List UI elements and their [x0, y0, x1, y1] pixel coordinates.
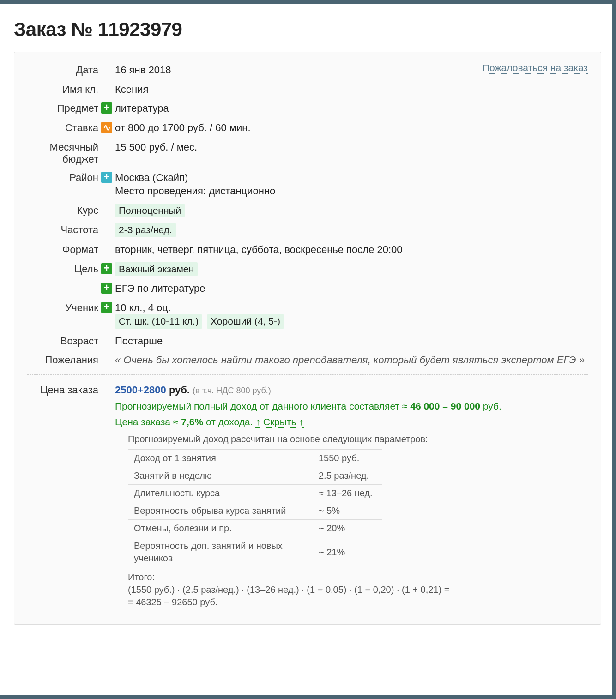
label-date: Дата [27, 63, 101, 76]
plus-icon [101, 283, 112, 294]
param-value: 2.5 раз/нед. [313, 467, 382, 485]
label-format: Формат [27, 243, 101, 256]
row-goal: Цель Важный экзамен [27, 259, 588, 279]
label-wish: Пожелания [27, 353, 101, 366]
label-region: Район [27, 171, 101, 184]
separator [27, 374, 588, 375]
tag-course: Полноценный [115, 204, 185, 217]
value-rate: от 800 до 1700 руб. / 60 мин. [115, 121, 588, 135]
label-student: Ученик [27, 301, 101, 314]
tag-student-grade: Ст. шк. (10-11 кл.) [115, 314, 202, 328]
param-key: Вероятность доп. занятий и новых ученико… [128, 537, 313, 567]
value-subject: литература [115, 102, 588, 115]
table-row: Занятий в неделю2.5 раз/нед. [128, 467, 382, 485]
formula-1: (1550 руб.) · (2.5 раз/нед.) · (13–26 не… [128, 584, 588, 596]
price-b: 2800 [144, 384, 166, 396]
param-key: Длительность курса [128, 485, 313, 502]
region-sub: Место проведения: дистанционно [115, 185, 275, 197]
row-price: Цена заказа 2500+2800 руб. (в т.ч. НДС 8… [27, 380, 588, 611]
page-title: Заказ № 11923979 [14, 18, 601, 41]
label-name: Имя кл. [27, 83, 101, 96]
row-rate: Ставка от 800 до 1700 руб. / 60 мин. [27, 118, 588, 138]
row-goal-sub: ЕГЭ по литературе [27, 279, 588, 298]
row-name: Имя кл. Ксения [27, 80, 588, 99]
param-key: Доход от 1 занятия [128, 450, 313, 467]
label-price: Цена заказа [27, 383, 101, 396]
param-key: Вероятность обрыва курса занятий [128, 502, 313, 520]
table-row: Длительность курса≈ 13–26 нед. [128, 485, 382, 502]
table-row: Отмены, болезни и пр.~ 20% [128, 520, 382, 537]
label-budget: Месячный бюджет [27, 140, 101, 165]
value-region: Москва (Скайп) Место проведения: дистанц… [115, 171, 588, 198]
forecast-intro: Прогнозируемый доход рассчитан на основе… [128, 433, 588, 446]
price-a: 2500 [115, 384, 138, 396]
tag-student-level: Хороший (4, 5-) [207, 314, 284, 328]
label-course: Курс [27, 204, 101, 217]
plus-icon [101, 302, 112, 313]
row-course: Курс Полноценный [27, 201, 588, 220]
param-key: Отмены, болезни и пр. [128, 520, 313, 537]
param-key: Занятий в неделю [128, 467, 313, 485]
label-frequency: Частота [27, 223, 101, 236]
param-value: ~ 21% [313, 537, 382, 567]
row-age: Возраст Постарше [27, 331, 588, 351]
plus-icon [101, 172, 112, 183]
row-subject: Предмет литература [27, 99, 588, 118]
order-panel: Пожаловаться на заказ Дата 16 янв 2018 И… [14, 52, 601, 625]
param-value: 1550 руб. [313, 450, 382, 467]
total-label: Итого: [128, 571, 588, 584]
value-age: Постарше [115, 334, 588, 348]
param-value: ~ 5% [313, 502, 382, 520]
label-subject: Предмет [27, 102, 101, 114]
table-row: Доход от 1 занятия1550 руб. [128, 450, 382, 467]
hide-link[interactable]: ↑ Скрыть ↑ [255, 416, 303, 428]
plus-icon [101, 263, 112, 274]
price-rub: руб. [169, 384, 190, 396]
tag-frequency: 2-3 раз/нед. [115, 223, 176, 237]
row-format: Формат вторник, четверг, пятница, суббот… [27, 240, 588, 259]
plus-icon [101, 102, 112, 114]
table-row: Вероятность доп. занятий и новых ученико… [128, 537, 382, 567]
value-name: Ксения [115, 83, 588, 96]
forecast-line-2: Цена заказа ≈ 7,6% от дохода. ↑ Скрыть ↑ [115, 416, 588, 428]
region-main: Москва (Скайп) [115, 172, 188, 183]
value-goal-sub: ЕГЭ по литературе [115, 282, 588, 295]
label-goal: Цель [27, 262, 101, 275]
row-budget: Месячный бюджет 15 500 руб. / мес. [27, 138, 588, 168]
forecast-line-1: Прогнозируемый полный доход от данного к… [115, 400, 588, 413]
price-vat: (в т.ч. НДС 800 руб.) [193, 386, 271, 395]
forecast-block: Прогнозируемый доход рассчитан на основе… [128, 433, 588, 609]
label-rate: Ставка [27, 121, 101, 134]
table-row: Вероятность обрыва курса занятий~ 5% [128, 502, 382, 520]
value-budget: 15 500 руб. / мес. [115, 140, 588, 154]
price-plus: + [138, 384, 144, 396]
complain-link[interactable]: Пожаловаться на заказ [483, 62, 588, 74]
row-region: Район Москва (Скайп) Место проведения: д… [27, 168, 588, 201]
price-main: 2500+2800 руб. (в т.ч. НДС 800 руб.) [115, 383, 588, 397]
row-student: Ученик 10 кл., 4 оц. Ст. шк. (10-11 кл.)… [27, 298, 588, 331]
value-format: вторник, четверг, пятница, суббота, воск… [115, 243, 588, 257]
param-value: ≈ 13–26 нед. [313, 485, 382, 502]
row-wish: Пожелания « Очень бы хотелось найти тако… [27, 350, 588, 370]
student-main: 10 кл., 4 оц. [115, 302, 171, 313]
row-frequency: Частота 2-3 раз/нед. [27, 220, 588, 240]
param-value: ~ 20% [313, 520, 382, 537]
tag-goal: Важный экзамен [115, 262, 198, 276]
wave-icon [101, 122, 112, 133]
params-table: Доход от 1 занятия1550 руб.Занятий в нед… [128, 449, 382, 567]
label-age: Возраст [27, 334, 101, 347]
formula-2: = 46325 – 92650 руб. [128, 596, 588, 609]
value-wish: « Очень бы хотелось найти такого препода… [115, 353, 588, 367]
